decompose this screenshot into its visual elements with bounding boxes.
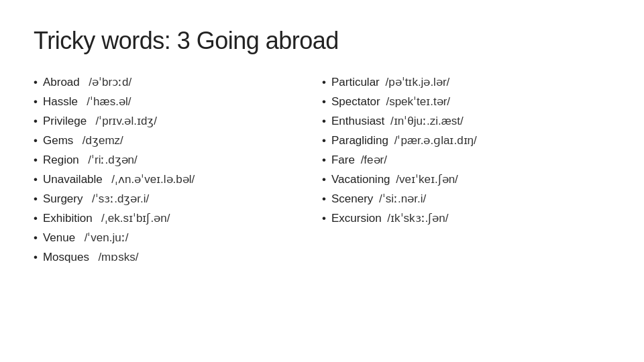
bullet-icon: • (34, 192, 38, 206)
list-item: •Surgery /ˈsɜː.dʒər.i/ (34, 192, 309, 206)
columns-container: •Abroad /əˈbrɔːd/•Hassle /ˈhæs.əl/•Privi… (34, 75, 610, 269)
list-item: •Spectator /spekˈteɪ.tər/ (322, 95, 597, 109)
left-list: •Abroad /əˈbrɔːd/•Hassle /ˈhæs.əl/•Privi… (34, 75, 309, 264)
list-item: •Vacationing /veɪˈkeɪ.ʃən/ (322, 172, 597, 186)
list-item: •Region /ˈriː.dʒən/ (34, 153, 309, 167)
list-item: •Privilege /ˈprɪv.əl.ɪdʒ/ (34, 114, 309, 128)
pronunciation: /dʒemz/ (76, 133, 123, 147)
bullet-icon: • (34, 173, 38, 186)
bullet-icon: • (34, 134, 38, 147)
pronunciation: /ˈven.juː/ (78, 231, 128, 245)
word: Exhibition (43, 212, 93, 225)
bullet-icon: • (322, 192, 326, 206)
pronunciation: /ɪkˈskɜː.ʃən/ (384, 211, 449, 225)
list-item: •Exhibition /ˌek.sɪˈbɪʃ.ən/ (34, 211, 309, 225)
right-column: •Particular /pəˈtɪk.jə.lər/•Spectator /s… (322, 75, 610, 269)
list-item: •Venue /ˈven.juː/ (34, 231, 309, 245)
word: Scenery (331, 192, 373, 206)
word: Privilege (43, 115, 87, 128)
list-item: •Excursion /ɪkˈskɜː.ʃən/ (322, 211, 597, 225)
word: Mosques (43, 251, 89, 264)
list-item: •Enthusiast /ɪnˈθjuː.zi.æst/ (322, 114, 597, 128)
pronunciation: /əˈbrɔːd/ (83, 75, 131, 89)
bullet-icon: • (34, 115, 38, 128)
word: Paragliding (331, 134, 388, 147)
word: Gems (43, 134, 73, 147)
list-item: •Fare /feər/ (322, 153, 597, 167)
word: Abroad (43, 76, 80, 89)
list-item: •Unavailable /ˌʌn.əˈveɪ.lə.bəl/ (34, 172, 309, 186)
pronunciation: /veɪˈkeɪ.ʃən/ (393, 172, 458, 186)
pronunciation: /feər/ (358, 153, 387, 167)
bullet-icon: • (34, 76, 38, 89)
word: Vacationing (331, 173, 390, 186)
list-item: •Gems /dʒemz/ (34, 133, 309, 147)
bullet-icon: • (34, 95, 38, 109)
bullet-icon: • (322, 76, 326, 89)
pronunciation: /spekˈteɪ.tər/ (383, 95, 450, 109)
list-item: •Scenery /ˈsiː.nər.i/ (322, 192, 597, 206)
pronunciation: /mɒsks/ (92, 250, 139, 264)
list-item: •Particular /pəˈtɪk.jə.lər/ (322, 75, 597, 89)
word: Enthusiast (331, 115, 384, 128)
word: Region (43, 154, 79, 167)
word: Unavailable (43, 173, 103, 186)
word: Particular (331, 76, 380, 89)
bullet-icon: • (322, 154, 326, 167)
word: Surgery (43, 192, 83, 206)
pronunciation: /ˈsɜː.dʒər.i/ (85, 192, 149, 206)
right-list: •Particular /pəˈtɪk.jə.lər/•Spectator /s… (322, 75, 597, 225)
list-item: •Hassle /ˈhæs.əl/ (34, 95, 309, 109)
pronunciation: /pəˈtɪk.jə.lər/ (382, 75, 450, 89)
bullet-icon: • (34, 154, 38, 167)
pronunciation: /ˈsiː.nər.i/ (376, 192, 426, 206)
word: Excursion (331, 212, 382, 225)
list-item: •Mosques /mɒsks/ (34, 250, 309, 264)
pronunciation: /ˈprɪv.əl.ɪdʒ/ (89, 114, 157, 128)
bullet-icon: • (34, 231, 38, 245)
page-title: Tricky words: 3 Going abroad (34, 27, 610, 55)
pronunciation: /ˌek.sɪˈbɪʃ.ən/ (95, 211, 170, 225)
word: Fare (331, 154, 355, 167)
bullet-icon: • (322, 212, 326, 225)
pronunciation: /ɪnˈθjuː.zi.æst/ (387, 114, 463, 128)
bullet-icon: • (322, 134, 326, 147)
bullet-icon: • (322, 173, 326, 186)
word: Venue (43, 231, 75, 245)
list-item: •Abroad /əˈbrɔːd/ (34, 75, 309, 89)
word: Hassle (43, 95, 78, 109)
left-column: •Abroad /əˈbrɔːd/•Hassle /ˈhæs.əl/•Privi… (34, 75, 322, 269)
bullet-icon: • (34, 251, 38, 264)
pronunciation: /ˈhæs.əl/ (80, 95, 131, 109)
pronunciation: /ˈriː.dʒən/ (82, 153, 138, 167)
word: Spectator (331, 95, 380, 109)
list-item: •Paragliding /ˈpær.ə.ɡlaɪ.dɪŋ/ (322, 133, 597, 147)
pronunciation: /ˌʌn.əˈveɪ.lə.bəl/ (105, 172, 195, 186)
page: Tricky words: 3 Going abroad •Abroad /əˈ… (0, 0, 644, 362)
pronunciation: /ˈpær.ə.ɡlaɪ.dɪŋ/ (391, 133, 477, 147)
bullet-icon: • (322, 115, 326, 128)
bullet-icon: • (34, 212, 38, 225)
bullet-icon: • (322, 95, 326, 109)
